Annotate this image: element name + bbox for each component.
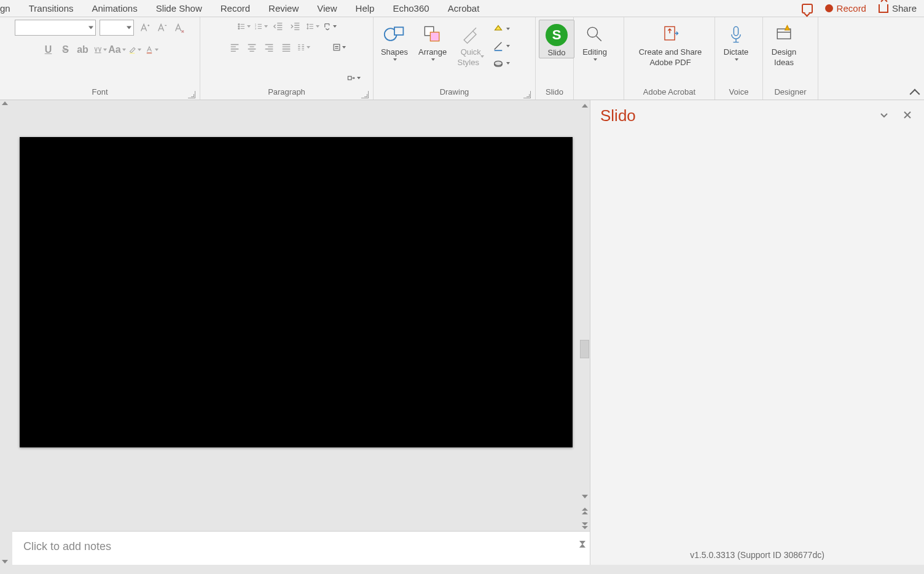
create-share-pdf-label2: Adobe PDF [649, 58, 691, 68]
previous-slide-icon[interactable] [582, 508, 588, 515]
align-right-button[interactable] [262, 41, 276, 54]
change-case-button[interactable]: Aa [111, 43, 124, 57]
scroll-down-icon[interactable] [582, 495, 588, 498]
strikethrough-button[interactable]: S [59, 43, 72, 57]
bullets-button[interactable] [237, 20, 251, 33]
shape-effects-button[interactable] [491, 57, 512, 70]
text-highlight-button[interactable] [128, 43, 141, 57]
svg-point-4 [238, 28, 239, 29]
tab-review[interactable]: Review [268, 1, 299, 16]
chevron-down-icon [103, 49, 107, 51]
collapse-ribbon-button[interactable] [909, 88, 920, 97]
font-family-combo[interactable] [15, 20, 96, 36]
chevron-down-icon [122, 49, 126, 51]
align-justify-button[interactable] [280, 41, 293, 54]
align-left-button[interactable] [228, 41, 241, 54]
chevron-down-icon [155, 49, 159, 51]
align-text-button[interactable] [332, 41, 346, 54]
increase-font-size-button[interactable] [138, 21, 151, 34]
tab-animations[interactable]: Animations [92, 1, 138, 16]
create-share-pdf-button[interactable]: Create and Share Adobe PDF [627, 20, 713, 68]
chevron-down-icon [88, 26, 93, 29]
group-label-paragraph: Paragraph [268, 87, 305, 96]
text-direction-button[interactable] [323, 20, 337, 33]
paragraph-dialog-launcher[interactable] [361, 91, 369, 98]
arrange-icon [420, 22, 445, 47]
scroll-up-icon[interactable] [582, 104, 588, 108]
notes-pane[interactable]: Click to add notes [12, 531, 590, 565]
dictate-button[interactable]: Dictate [718, 20, 754, 61]
scrollbar-thumb[interactable] [580, 340, 589, 358]
next-slide-icon[interactable] [582, 522, 588, 530]
chevron-down-icon [333, 25, 337, 28]
text-shadow-button[interactable]: ab [76, 43, 90, 57]
decrease-font-size-button[interactable] [155, 21, 168, 34]
font-size-combo[interactable] [100, 20, 134, 36]
scroll-down-icon[interactable] [2, 560, 8, 564]
scroll-up-icon[interactable] [2, 101, 8, 105]
tab-acrobat[interactable]: Acrobat [448, 1, 480, 16]
line-spacing-button[interactable] [306, 20, 319, 33]
shapes-icon [382, 22, 407, 47]
design-ideas-button[interactable]: Design Ideas [766, 20, 802, 68]
slide-vertical-scrollbar[interactable] [579, 100, 590, 531]
svg-rect-9 [348, 76, 351, 80]
shapes-button[interactable]: Shapes [377, 20, 412, 61]
group-label-font: Font [92, 87, 108, 96]
tab-record[interactable]: Record [221, 1, 250, 16]
font-dialog-launcher[interactable] [188, 91, 195, 98]
chevron-down-icon [431, 58, 435, 61]
svg-point-2 [238, 23, 239, 25]
title-bar-right: Record Share [802, 3, 924, 14]
drawing-dialog-launcher[interactable] [523, 91, 531, 98]
ribbon: U S ab Aa Fon [0, 17, 924, 100]
tab-slide-show[interactable]: Slide Show [156, 1, 202, 16]
status-bar-area [0, 565, 924, 574]
quick-styles-button[interactable]: Quick Styles [453, 20, 488, 68]
notes-scrollbar[interactable] [579, 532, 590, 565]
tab-help[interactable]: Help [356, 1, 375, 16]
quick-styles-icon [458, 22, 483, 47]
increase-indent-button[interactable] [289, 20, 302, 33]
chevron-down-icon [480, 55, 484, 67]
pdf-share-icon [658, 22, 683, 47]
share-button[interactable]: Share [879, 3, 917, 14]
underline-button[interactable]: U [42, 43, 55, 57]
chevron-down-icon [506, 28, 510, 30]
svg-rect-8 [334, 44, 340, 50]
svg-rect-11 [394, 27, 403, 35]
record-button[interactable]: Record [825, 3, 866, 14]
shape-fill-button[interactable] [491, 22, 512, 36]
svg-rect-19 [734, 26, 738, 35]
pane-close-button[interactable] [901, 108, 914, 124]
font-color-button[interactable] [145, 43, 159, 57]
tab-transitions[interactable]: Transitions [29, 1, 74, 16]
scroll-down-icon[interactable] [579, 541, 585, 557]
pane-options-button[interactable] [877, 108, 891, 124]
slido-version-text: v1.5.0.3313 (Support ID 308677dc) [690, 550, 824, 560]
arrange-label: Arrange [418, 48, 447, 57]
arrange-button[interactable]: Arrange [415, 20, 450, 61]
clear-formatting-button[interactable] [172, 21, 186, 34]
slido-button[interactable]: S Slido [539, 20, 574, 58]
thumbnail-rail-scrollbar[interactable] [0, 100, 12, 565]
tab-design-partial[interactable]: gn [0, 1, 10, 16]
slide-canvas[interactable] [20, 137, 573, 447]
slido-pane-title: Slido [600, 106, 636, 125]
tab-echo360[interactable]: Echo360 [393, 1, 429, 16]
editing-button[interactable]: Editing [577, 20, 613, 61]
record-button-label: Record [837, 3, 866, 14]
decrease-indent-button[interactable] [272, 20, 285, 33]
slido-icon: S [544, 23, 569, 47]
character-spacing-button[interactable] [93, 43, 107, 57]
numbering-button[interactable]: 123 [254, 20, 268, 33]
chevron-down-icon [357, 77, 361, 79]
convert-smartart-button[interactable] [347, 71, 361, 85]
tab-view[interactable]: View [317, 1, 337, 16]
columns-button[interactable] [297, 41, 310, 54]
shape-outline-button[interactable] [491, 39, 512, 53]
comments-icon[interactable] [802, 4, 813, 14]
svg-rect-14 [495, 50, 503, 51]
share-button-label: Share [892, 3, 917, 14]
align-center-button[interactable] [245, 41, 259, 54]
